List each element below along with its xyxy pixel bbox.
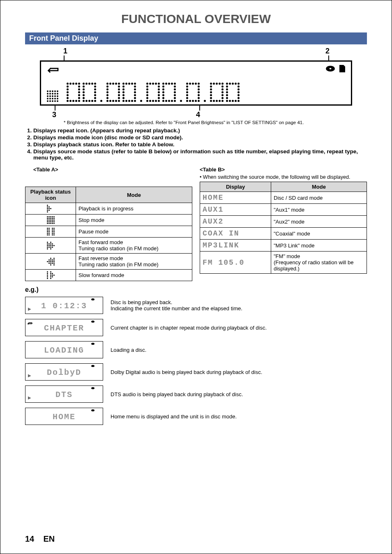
page-number: 14: [25, 534, 34, 543]
icon-cell: [25, 203, 76, 215]
mode-cell: "MP3 Link" mode: [271, 240, 367, 252]
decimal-point: [140, 100, 142, 102]
icon-cell: [25, 254, 76, 270]
table-row: MP3LINK"MP3 Link" mode: [200, 240, 367, 252]
examples-heading: e.g.): [25, 286, 367, 293]
playback-status-icon: [47, 216, 55, 224]
display-panel: /* placeholder drawn below via duplicate…: [40, 60, 352, 106]
callout-1: 1: [61, 47, 69, 55]
mode-cell: "FM" mode (Frequency of radio station wi…: [271, 252, 367, 274]
display-cell: AUX2: [200, 216, 271, 228]
example-display-text: 1 0:12:3: [28, 301, 100, 311]
decimal-point: [180, 100, 182, 102]
example-row: ▶DolbyDDolby Digital audio is being play…: [25, 363, 367, 381]
decimal-point: [100, 100, 102, 102]
example-display: CHAPTER: [25, 319, 103, 336]
section-heading: Front Panel Display: [25, 32, 367, 44]
table-row: Playback is in progress: [25, 203, 192, 215]
play-icon: ▶: [28, 307, 31, 311]
table-row: FM 105.0"FM" mode (Frequency of radio st…: [200, 252, 367, 274]
page-lang: EN: [43, 534, 55, 543]
tick-line: [55, 106, 55, 111]
desc-item: Displays media mode icon (disc mode or S…: [33, 134, 367, 141]
display-cell: FM 105.0: [200, 252, 271, 274]
example-display: ▶1 0:12:3: [25, 297, 103, 314]
example-display: HOME: [25, 408, 103, 425]
svg-point-1: [330, 68, 332, 69]
display-cell: AUX1: [200, 204, 271, 216]
mode-cell: Disc / SD card mode: [271, 192, 367, 204]
brightness-note: * Brightness of the display can be adjus…: [64, 120, 352, 125]
callout-3: 3: [52, 111, 56, 119]
playback-status-icon: [47, 242, 55, 249]
icon-cell: [25, 215, 76, 226]
mode-cell: Stop mode: [76, 215, 192, 226]
sd-card-icon: [339, 65, 345, 72]
example-description: Dolby Digital audio is being played back…: [111, 369, 262, 375]
disc-icon: [325, 65, 335, 72]
display-cell: COAX IN: [200, 228, 271, 240]
table-b-head-display: Display: [200, 182, 271, 192]
table-row: Fast forward mode Tuning radio station (…: [25, 238, 192, 254]
example-row: CHAPTERCurrent chapter is in chapter rep…: [25, 319, 367, 336]
table-b-note: • When switching the source mode, the fo…: [200, 174, 367, 180]
example-row: LOADINGLoading a disc.: [25, 341, 367, 358]
mode-cell: Playback is in progress: [76, 203, 192, 215]
playback-status-icon: [47, 258, 55, 265]
table-b: Display Mode HOMEDisc / SD card modeAUX1…: [200, 182, 367, 274]
example-description: Disc is being played back. Indicating th…: [111, 299, 242, 312]
digit-group: [146, 80, 176, 102]
example-display-text: DolbyD: [28, 368, 100, 377]
digit-group: [106, 80, 136, 102]
example-description: Current chapter is in chapter repeat mod…: [111, 325, 267, 331]
mode-cell: Pause mode: [76, 226, 192, 238]
table-row: Slow forward mode: [25, 270, 192, 281]
table-b-head-mode: Mode: [271, 182, 367, 192]
digit: [186, 80, 200, 102]
example-description: Home menu is displayed and the unit is i…: [111, 413, 237, 420]
desc-item: Displays repeat icon. (Appears during re…: [33, 127, 367, 134]
disc-icon: [91, 387, 95, 389]
repeat-icon: [27, 320, 34, 327]
example-description: Loading a disc.: [111, 347, 146, 353]
mode-cell: "Aux2" mode: [271, 216, 367, 228]
icon-cell: [25, 238, 76, 254]
example-display: LOADING: [25, 341, 103, 358]
example-display-text: HOME: [28, 412, 100, 422]
example-row: HOMEHome menu is displayed and the unit …: [25, 408, 367, 425]
decimal-point: [204, 100, 206, 102]
table-a-head-mode: Mode: [76, 187, 192, 203]
play-icon: ▶: [28, 395, 31, 400]
display-cell: MP3LINK: [200, 240, 271, 252]
playback-status-icon: [47, 228, 55, 235]
disc-icon: [91, 321, 95, 323]
repeat-icon: [47, 66, 62, 74]
desc-item: Displays playback status icon. Refer to …: [33, 141, 367, 148]
mode-cell: Slow forward mode: [76, 270, 192, 281]
example-display-text: LOADING: [28, 346, 100, 355]
callout-4: 4: [196, 111, 200, 119]
mode-cell: Fast forward mode Tuning radio station (…: [76, 238, 192, 254]
front-panel-diagram: 1 2: [25, 47, 367, 127]
digit-group: [210, 80, 240, 102]
callout-2: 2: [323, 47, 332, 55]
table-row: Pause mode: [25, 226, 192, 238]
description-list: Displays repeat icon. (Appears during re…: [25, 127, 367, 161]
example-description: DTS audio is being played back during pl…: [111, 391, 243, 397]
mode-cell: "Aux1" mode: [271, 204, 367, 216]
table-row: Fast reverse mode Tuning radio station (…: [25, 254, 192, 270]
disc-icon: [91, 365, 95, 367]
table-row: COAX IN"Coaxial" mode: [200, 228, 367, 240]
table-a: Playback status icon Mode Playback is in…: [25, 187, 192, 281]
example-row: ▶1 0:12:3Disc is being played back. Indi…: [25, 297, 367, 314]
table-a-label: <Table A>: [33, 166, 192, 173]
tick-line: [328, 55, 329, 60]
table-row: AUX1"Aux1" mode: [200, 204, 367, 216]
table-b-label: <Table B>: [200, 166, 367, 173]
playback-status-icon: [47, 90, 62, 102]
playback-status-icon: [47, 205, 55, 212]
example-display: ▶DolbyD: [25, 363, 103, 381]
digit-group: [67, 80, 96, 102]
display-cell: HOME: [200, 192, 271, 204]
icon-cell: [25, 270, 76, 281]
